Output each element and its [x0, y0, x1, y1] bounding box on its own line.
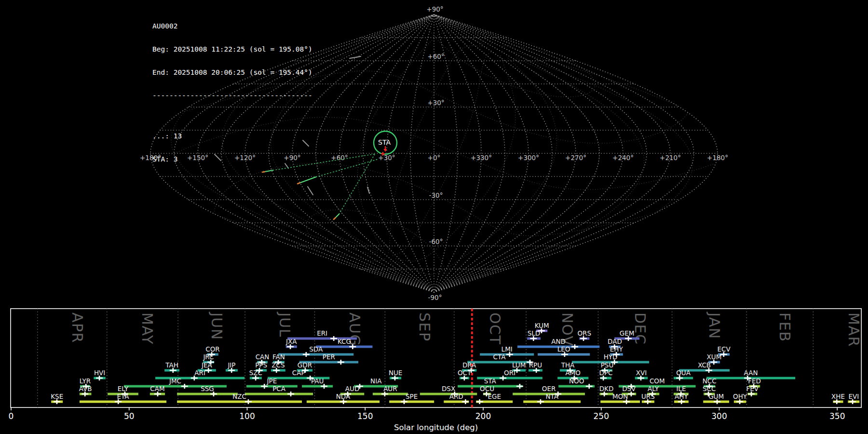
sporadic-meteor-trail [308, 187, 313, 195]
shower-label-PAU: PAU [311, 377, 324, 385]
shower-label-JPE: JPE [267, 377, 277, 385]
peak-marker-SDA [303, 352, 310, 357]
shower-label-ARI: ARI [194, 369, 205, 377]
pole-label-south: -90° [428, 294, 442, 301]
latitude-label: -30° [429, 191, 443, 199]
shower-label-MON: MON [612, 393, 628, 400]
month-label-JUL: JUL [276, 312, 293, 338]
shower-label-JEA: JEA [201, 361, 213, 369]
shower-label-NZC: NZC [232, 393, 246, 400]
shower-bar-NTA [523, 401, 581, 403]
shower-label-SLD: SLD [528, 329, 541, 337]
shower-label-DSV: DSV [622, 385, 636, 393]
shower-label-ORS: ORS [577, 329, 591, 337]
shower-label-CAP: CAP [292, 369, 305, 377]
shower-label-PCA: PCA [272, 385, 286, 393]
shower-bar-JPE [246, 385, 298, 388]
shower-label-AMO: AMO [565, 369, 581, 377]
shower-label-COM: COM [650, 377, 665, 385]
month-label-JUN: JUN [208, 312, 225, 340]
month-label-SEP: SEP [416, 312, 433, 342]
meteor-track-begin-tip [298, 183, 300, 184]
shower-label-ETA: ETA [117, 393, 130, 400]
latitude-label: +60° [427, 53, 444, 60]
shower-label-AVB: AVB [79, 385, 92, 393]
shower-label-LYR: LYR [80, 377, 91, 385]
shower-label-COR: COR [205, 345, 219, 353]
end-time-line: End: 20251008 20:06:25 (sol = 195.44°) [152, 68, 312, 76]
x-axis-tick-label: 150 [357, 411, 373, 421]
shower-label-AHY: AHY [675, 393, 688, 400]
equatorial-grid-line [397, 57, 557, 274]
shower-label-JIP: JIP [227, 361, 235, 369]
shower-bar-KCG [316, 346, 372, 348]
shower-label-SDA: SDA [309, 345, 323, 353]
shower-label-OHY: OHY [733, 393, 747, 400]
shower-label-DKD: DKD [599, 385, 614, 393]
shower-label-ERI: ERI [317, 329, 327, 337]
x-axis-tick-label: 200 [475, 411, 491, 421]
observation-info-panel: AU0002 Beg: 20251008 11:22:25 (sol = 195… [152, 7, 312, 178]
x-axis-tick-label: 300 [711, 411, 727, 421]
shower-label-RPU: RPU [529, 361, 542, 369]
shower-bar-SDA [278, 353, 353, 356]
shower-bar-PCA [245, 393, 313, 395]
shower-label-XUM: XUM [707, 353, 722, 361]
station-id: AU0002 [152, 22, 312, 30]
month-label-OCT: OCT [487, 312, 503, 345]
month-label-DEC: DEC [632, 312, 649, 345]
shower-label-TAH: TAH [165, 361, 178, 369]
sta-count: STA: 3 [152, 155, 312, 163]
shower-label-ORI: ORI [504, 369, 515, 377]
shower-label-GDR: GDR [298, 361, 312, 369]
shower-label-AUD: AUD [345, 385, 360, 393]
meteor-track-dotted [316, 159, 378, 177]
separator-line: -------------------------------------- [152, 92, 312, 99]
peak-marker-PCA [287, 392, 294, 396]
month-label-MAR: MAR [845, 312, 862, 347]
shower-label-STA: STA [484, 377, 497, 385]
shower-label-HYD: HYD [604, 353, 618, 361]
shower-label-CAN: CAN [256, 353, 270, 361]
shower-bar-DSX [420, 393, 477, 395]
shower-label-NOO: NOO [569, 377, 584, 385]
longitude-label: +180° [707, 154, 728, 162]
shower-label-NTA: NTA [545, 393, 558, 400]
shower-label-KCG: KCG [338, 338, 351, 345]
meteor-track-begin-tip [334, 217, 336, 219]
shower-label-KSE: KSE [51, 393, 63, 400]
shower-label-FED: FED [748, 377, 761, 385]
longitude-label: +30° [378, 154, 395, 162]
shower-label-QUA: QUA [676, 369, 691, 377]
shower-label-GEM: GEM [620, 329, 635, 337]
shower-label-KUM: KUM [535, 322, 549, 329]
shower-label-URS: URS [641, 393, 655, 400]
shower-label-GUM: GUM [708, 393, 724, 400]
shower-label-CAM: CAM [150, 385, 164, 393]
month-label-APR: APR [69, 312, 86, 343]
activity-timeline-chart: APRMAYJUNJULAUGSEPOCTNOVDECJANFEBMARKUME… [9, 309, 863, 432]
shower-label-XHE: XHE [831, 393, 845, 400]
equatorial-grid-line [388, 46, 488, 253]
month-label-MAY: MAY [139, 312, 156, 345]
shower-label-AND: AND [551, 338, 566, 345]
longitude-label: +270° [565, 154, 586, 162]
equatorial-grid-line [359, 57, 644, 274]
shower-label-XCB: XCB [698, 361, 711, 369]
month-label-JAN: JAN [706, 312, 723, 339]
shower-label-NIA: NIA [370, 377, 382, 385]
shower-label-ELY: ELY [118, 385, 129, 393]
shower-label-NUE: NUE [389, 369, 403, 377]
shower-label-ECV: ECV [717, 345, 731, 353]
equatorial-grid-line [358, 32, 485, 251]
shower-bar-SPE [389, 401, 434, 403]
x-axis-tick-label: 350 [829, 411, 845, 421]
shower-label-ALY: ALY [648, 385, 659, 393]
shower-label-JXA: JXA [285, 338, 297, 345]
shower-label-DPC: DPC [599, 369, 613, 377]
shower-bar-NZC [177, 401, 302, 403]
sporadic-meteor-trail [350, 56, 361, 58]
longitude-label: +330° [471, 154, 492, 162]
shower-label-EVI: EVI [848, 393, 859, 400]
shower-label-ILE: ILE [676, 385, 686, 393]
